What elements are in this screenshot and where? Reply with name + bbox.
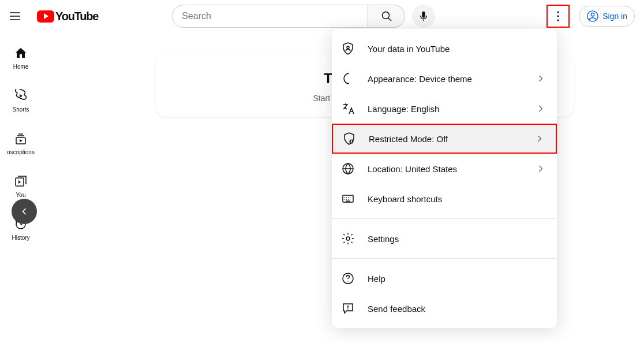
voice-search-button[interactable] <box>412 5 435 28</box>
search-button[interactable] <box>368 5 405 28</box>
menu-item-label: Language: English <box>368 104 534 114</box>
menu-divider <box>332 258 557 259</box>
chevron-right-icon <box>533 133 546 144</box>
sidebar-item-you[interactable]: You <box>2 161 39 203</box>
menu-item-label: Location: United States <box>368 164 534 174</box>
chevron-right-icon <box>534 73 548 84</box>
gear-icon <box>341 232 355 246</box>
hamburger-menu-button[interactable] <box>3 5 27 28</box>
globe-icon <box>341 162 355 176</box>
menu-item-settings[interactable]: Settings <box>332 224 557 254</box>
chevron-right-icon <box>534 163 548 174</box>
svg-point-6 <box>591 13 594 17</box>
sidebar-item-home[interactable]: Home <box>2 32 39 75</box>
settings-menu: Your data in YouTube Appearance: Device … <box>332 29 557 328</box>
sidebar-item-label: You <box>16 192 26 198</box>
menu-item-help[interactable]: Help <box>332 263 557 293</box>
svg-point-9 <box>347 46 349 49</box>
home-icon <box>14 46 28 60</box>
subscriptions-icon <box>14 132 28 146</box>
library-icon <box>14 174 28 188</box>
menu-item-feedback[interactable]: Send feedback <box>332 293 557 324</box>
menu-item-restricted-mode[interactable]: Restricted Mode: Off <box>332 124 557 154</box>
svg-point-0 <box>382 12 389 19</box>
chevron-right-icon <box>534 103 548 114</box>
menu-item-label: Send feedback <box>368 304 548 314</box>
menu-divider <box>332 218 557 219</box>
svg-point-3 <box>557 15 559 17</box>
youtube-logo[interactable]: YouTube <box>37 10 98 23</box>
sidebar-item-subscriptions[interactable]: oscriptions <box>2 118 39 161</box>
sidebar-item-label: Home <box>13 64 29 70</box>
keyboard-icon <box>341 192 355 206</box>
svg-point-4 <box>557 19 559 21</box>
shield-lock-icon <box>342 132 356 146</box>
chevron-left-icon <box>18 206 30 217</box>
menu-item-label: Your data in YouTube <box>368 44 548 54</box>
menu-item-your-data[interactable]: Your data in YouTube <box>332 34 557 64</box>
svg-rect-12 <box>351 142 353 143</box>
hamburger-icon <box>8 9 22 23</box>
menu-item-keyboard-shortcuts[interactable]: Keyboard shortcuts <box>332 184 557 214</box>
moon-icon <box>341 72 355 86</box>
sign-in-label: Sign in <box>602 12 627 21</box>
microphone-icon <box>417 10 430 23</box>
menu-item-label: Restricted Mode: Off <box>369 134 533 144</box>
menu-item-label: Help <box>368 274 548 284</box>
svg-point-11 <box>351 140 352 142</box>
search-input[interactable] <box>172 5 368 28</box>
back-button[interactable] <box>12 199 37 224</box>
sign-in-button[interactable]: Sign in <box>579 6 635 27</box>
sidebar-item-shorts[interactable]: Shorts <box>2 75 39 118</box>
sidebar-item-label: oscriptions <box>7 149 35 155</box>
dots-vertical-icon <box>551 9 565 23</box>
menu-item-label: Settings <box>368 234 548 244</box>
menu-item-label: Appearance: Device theme <box>368 74 534 84</box>
sidebar-item-label: History <box>12 235 29 241</box>
menu-item-language[interactable]: Language: English <box>332 94 557 124</box>
translate-icon <box>341 102 355 116</box>
youtube-logo-icon <box>37 10 54 23</box>
feedback-icon <box>341 302 355 315</box>
search-icon <box>380 9 394 23</box>
menu-item-location[interactable]: Location: United States <box>332 154 557 184</box>
menu-item-label: Keyboard shortcuts <box>368 194 548 204</box>
youtube-logo-text: YouTube <box>55 10 98 23</box>
user-shield-icon <box>341 42 355 55</box>
svg-point-2 <box>557 11 559 13</box>
svg-point-15 <box>346 237 350 240</box>
shorts-icon <box>14 89 28 103</box>
user-icon <box>586 10 599 23</box>
menu-item-appearance[interactable]: Appearance: Device theme <box>332 64 557 94</box>
more-options-button[interactable] <box>546 5 570 28</box>
svg-rect-1 <box>422 12 425 18</box>
help-icon <box>341 272 355 285</box>
sidebar-item-label: Shorts <box>13 106 29 113</box>
